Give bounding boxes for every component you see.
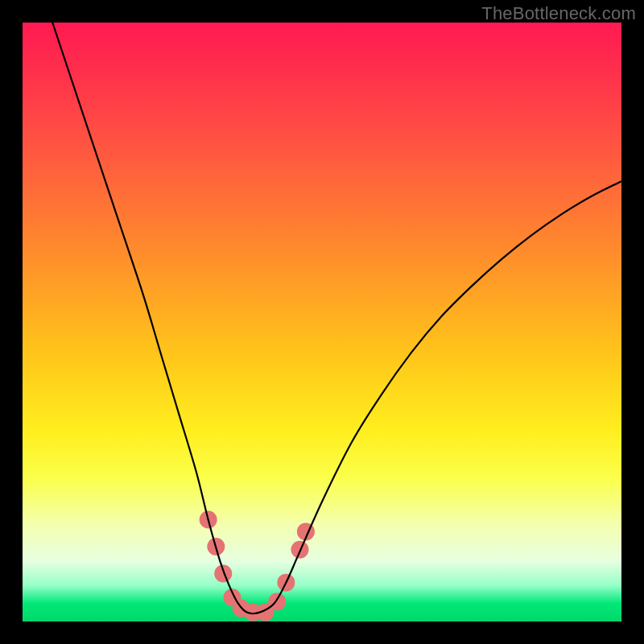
chart-frame: TheBottleneck.com (0, 0, 644, 644)
highlight-marker (214, 564, 232, 582)
watermark-text: TheBottleneck.com (481, 3, 636, 24)
bottleneck-curve-line (52, 23, 621, 613)
plot-area (23, 23, 621, 621)
chart-svg (23, 23, 621, 621)
highlight-markers-group (200, 511, 315, 621)
highlight-marker (268, 592, 286, 610)
